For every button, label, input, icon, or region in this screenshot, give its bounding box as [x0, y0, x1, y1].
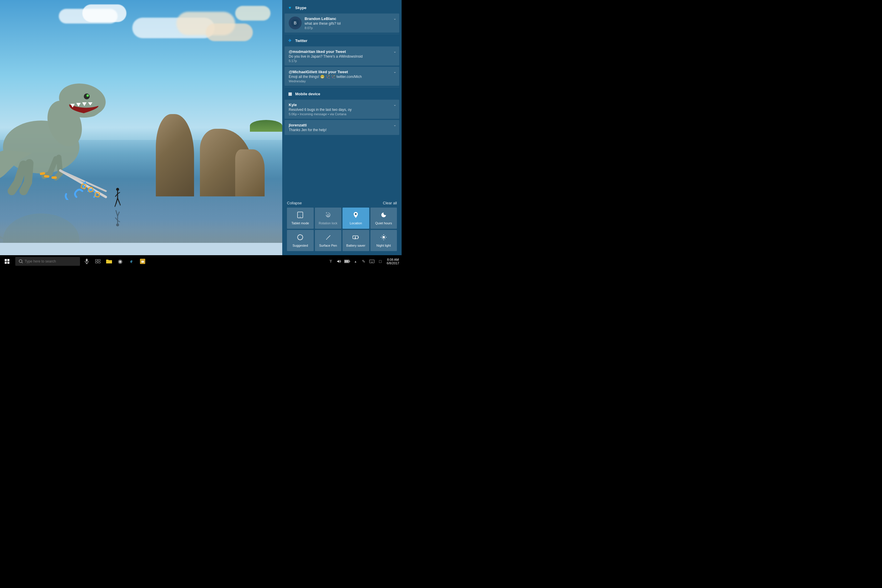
volume-icon[interactable] [335, 255, 343, 267]
taskbar: ◉ e 🏔 [0, 255, 402, 267]
network-icon[interactable] [327, 255, 335, 267]
quiet-hours-icon [380, 212, 387, 220]
rotation-lock-icon [325, 212, 332, 220]
notif-time-kyle: 5:06p • Incoming message • via Cortana [289, 112, 395, 116]
skype-icon: ♥ [287, 5, 293, 10]
mobile-app-label: Mobile device [295, 92, 320, 96]
svg-line-43 [302, 235, 302, 236]
svg-point-50 [382, 236, 385, 238]
notif-body-kyle: Resolved 6 bugs in the last two days, oy [289, 108, 383, 112]
skype-notification-card[interactable]: B Brandon LeBlanc what are these gifs? l… [285, 14, 399, 33]
quick-tile-rotation-lock[interactable]: Rotation lock [315, 208, 342, 229]
battery-icon[interactable] [343, 255, 351, 267]
pen-icon[interactable]: ✎ [360, 255, 368, 267]
surface-pen-icon [325, 234, 332, 242]
svg-point-28 [3, 213, 80, 243]
svg-rect-65 [98, 260, 100, 261]
cloud-2 [82, 4, 126, 22]
quick-tile-night-light[interactable]: Night light [370, 230, 397, 251]
action-center-button[interactable]: □ [376, 255, 384, 267]
quick-tile-suggested[interactable]: Suggested [287, 230, 314, 251]
expand-brandon[interactable]: ⌄ [393, 16, 396, 21]
twitter-card-1[interactable]: @msdmairitan liked your Tweet Do you liv… [285, 46, 399, 66]
quick-tile-quiet-hours[interactable]: Quiet hours [370, 208, 397, 229]
collapse-button[interactable]: Collapse [287, 201, 302, 205]
svg-point-19 [87, 94, 88, 96]
notif-body-michael: Emoji all the things! 😁 🏹 🏹 twitter.com/… [289, 75, 383, 79]
tablet-mode-icon [297, 212, 303, 220]
collapse-clear-row: Collapse Clear all [285, 200, 399, 208]
expand-msd[interactable]: ⌄ [393, 50, 396, 54]
location-label: Location [350, 221, 362, 225]
keyboard-icon[interactable] [368, 255, 376, 267]
start-button[interactable] [0, 255, 14, 267]
twitter-card-2[interactable]: @MichaelGillett liked your Tweet Emoji a… [285, 67, 399, 86]
task-view-button[interactable] [92, 256, 104, 267]
svg-text:B: B [294, 21, 296, 25]
svg-point-55 [385, 238, 386, 239]
svg-text:🏔: 🏔 [141, 260, 144, 263]
clock-time: 8:08 AM [387, 258, 399, 261]
svg-rect-71 [350, 261, 350, 262]
suggested-icon [297, 234, 303, 242]
notification-area: ♥ Skype B Brandon LeBlanc what are these… [282, 0, 402, 198]
notif-sender-michael: @MichaelGillett liked your Tweet [289, 70, 395, 74]
night-light-icon [380, 234, 387, 242]
search-input[interactable] [25, 259, 76, 263]
photos-button[interactable]: 🏔 [137, 256, 148, 267]
svg-line-42 [302, 239, 302, 239]
notif-body-brandon: what are these gifs? lol [304, 21, 395, 26]
battery-saver-label: Battery saver [346, 244, 366, 248]
clock[interactable]: 8:08 AM 6/8/2017 [384, 255, 402, 267]
quick-tile-tablet-mode[interactable]: Tablet mode [287, 208, 314, 229]
twitter-icon: ✈ [287, 38, 293, 44]
notif-time-brandon: 8:07p [304, 26, 395, 30]
edge-browser-button[interactable]: e [126, 256, 137, 267]
svg-point-59 [19, 260, 22, 262]
cortana-mic-button[interactable] [81, 256, 92, 267]
tablet-mode-label: Tablet mode [291, 221, 309, 225]
svg-line-41 [298, 235, 299, 236]
quick-tile-location[interactable]: Location [342, 208, 369, 229]
cloud-6 [235, 6, 270, 21]
mobile-card-kyle[interactable]: Kyle Resolved 6 bugs in the last two day… [285, 100, 399, 119]
quiet-hours-label: Quiet hours [375, 221, 392, 225]
svg-line-44 [298, 239, 299, 239]
suggested-label: Suggested [292, 244, 308, 248]
file-explorer-button[interactable] [104, 256, 115, 267]
svg-line-60 [22, 262, 22, 263]
surface-pen-label: Surface Pen [319, 244, 337, 248]
svg-point-58 [382, 238, 382, 239]
windows-logo-icon [5, 259, 9, 264]
brandon-avatar: B [289, 16, 302, 29]
quick-tile-battery-saver[interactable]: Battery saver [342, 230, 369, 251]
notif-sender-brandon: Brandon LeBlanc [304, 16, 395, 21]
show-hidden-icons-button[interactable]: ▲ [351, 255, 360, 267]
clear-all-button[interactable]: Clear all [383, 201, 397, 205]
clock-date: 6/8/2017 [387, 261, 399, 265]
notif-sender-jlorenzatti: jlorenzatti [289, 123, 395, 127]
svg-rect-22 [51, 176, 57, 179]
cliff-top [250, 120, 282, 132]
dinosaur-reflection [0, 184, 129, 243]
rotation-lock-label: Rotation lock [319, 221, 338, 225]
battery-saver-icon [352, 234, 359, 242]
svg-rect-67 [98, 262, 100, 263]
rock-center [156, 114, 194, 196]
action-center-bottom: Collapse Clear all Tablet mode [282, 198, 402, 255]
quick-tile-surface-pen[interactable]: Surface Pen [315, 230, 342, 251]
mobile-card-jlorenzatti[interactable]: jlorenzatti Thanks Jen for the help! ⌄ [285, 120, 399, 135]
dinosaur-illustration [0, 47, 129, 200]
expand-kyle[interactable]: ⌄ [393, 103, 396, 107]
groove-button[interactable]: ◉ [115, 256, 126, 267]
twitter-app-header: ✈ Twitter [282, 35, 402, 46]
sep-1 [285, 34, 399, 34]
search-bar[interactable] [15, 257, 80, 266]
expand-jlorenzatti[interactable]: ⌄ [393, 123, 396, 127]
mobile-app-header: ▦ Mobile device [282, 88, 402, 99]
system-tray: ▲ ✎ □ 8:08 AM 6/8/2017 [327, 255, 402, 267]
expand-michael[interactable]: ⌄ [393, 70, 396, 74]
svg-rect-66 [96, 262, 98, 263]
svg-rect-61 [86, 259, 88, 262]
svg-rect-46 [358, 237, 358, 238]
